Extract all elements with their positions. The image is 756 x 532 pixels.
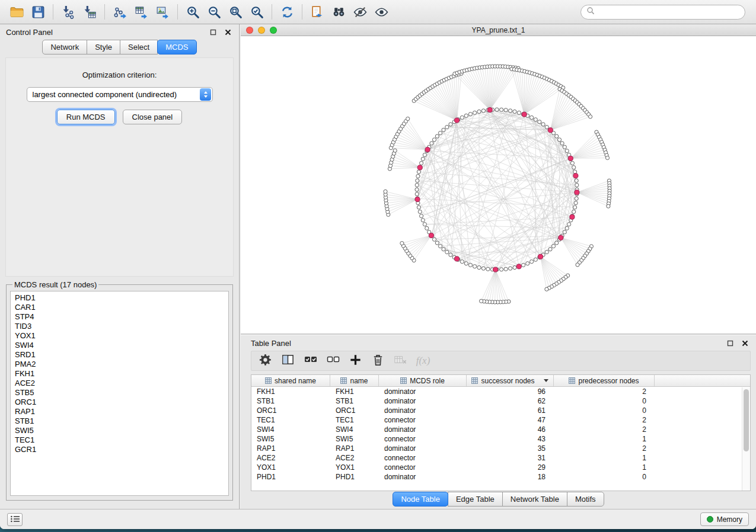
table-cell: 35 (467, 444, 554, 453)
table-options-button[interactable] (256, 352, 275, 369)
table-scrollbar[interactable] (742, 387, 750, 491)
table-cell: TEC1 (251, 416, 330, 424)
mcds-result-item[interactable]: STB1 (15, 416, 224, 426)
zoom-selected-button[interactable] (246, 2, 267, 21)
search-box[interactable] (580, 5, 745, 20)
export-image-button[interactable] (152, 2, 173, 21)
deselect-all-button[interactable] (324, 352, 342, 369)
mcds-result-item[interactable]: STB5 (15, 388, 224, 398)
control-panel: Control Panel NetworkStyleSelectMCDS Opt… (0, 24, 239, 509)
mcds-result-item[interactable]: GCR1 (15, 445, 224, 454)
float-panel-icon[interactable] (208, 27, 218, 37)
network-canvas[interactable] (241, 36, 756, 334)
mcds-result-item[interactable]: PHD1 (15, 293, 224, 303)
column-header-name[interactable]: name (330, 375, 379, 386)
minimize-window-button[interactable] (258, 27, 265, 34)
toolbar-separator (104, 4, 105, 20)
import-table-button[interactable] (79, 2, 100, 21)
close-panel-icon[interactable] (222, 27, 233, 37)
table-cell: dominator (379, 473, 467, 481)
mcds-result-item[interactable]: YOX1 (15, 331, 224, 341)
table-tab-network-table[interactable]: Network Table (502, 492, 567, 507)
add-column-button[interactable] (346, 352, 365, 369)
table-row[interactable]: SWI4SWI4dominator462 (251, 425, 750, 434)
close-panel-button[interactable]: Close panel (123, 110, 183, 124)
scrollbar-thumb[interactable] (744, 389, 749, 451)
mcds-result-item[interactable]: ACE2 (15, 379, 224, 388)
table-row[interactable]: STB1STB1dominator620 (251, 396, 750, 406)
table-row[interactable]: PHD1PHD1dominator180 (251, 472, 750, 482)
mcds-result-item[interactable]: FKH1 (15, 369, 224, 379)
add-column-icon (349, 353, 362, 369)
mcds-result-item[interactable]: SWI5 (15, 426, 224, 435)
table-cell: ORC1 (330, 406, 379, 415)
export-network-icon (113, 5, 127, 20)
open-session-button[interactable] (6, 2, 27, 21)
column-header-successor-nodes[interactable]: successor nodes (467, 375, 554, 386)
hide-selected-button[interactable] (349, 2, 371, 21)
table-row[interactable]: SWI5SWI5connector431 (251, 434, 750, 444)
criterion-select[interactable]: largest connected component (undirected) (27, 87, 213, 102)
search-input[interactable] (598, 8, 739, 17)
table-tab-motifs[interactable]: Motifs (567, 492, 604, 507)
table-row[interactable]: RAP1RAP1dominator352 (251, 444, 750, 453)
control-panel-title: Control Panel (6, 28, 53, 37)
show-all-button[interactable] (371, 2, 392, 21)
tab-network[interactable]: Network (42, 40, 87, 55)
table-cell: 1 (554, 454, 655, 462)
maximize-window-button[interactable] (270, 27, 277, 34)
search-icon (586, 7, 595, 17)
mcds-result-list[interactable]: PHD1CAR1STP4TID3YOX1SWI4SRD1PMA2FKH1ACE2… (10, 291, 229, 496)
table-cell: connector (379, 463, 467, 472)
float-table-panel-icon[interactable] (725, 338, 735, 348)
column-header-MCDS-role[interactable]: MCDS role (379, 375, 467, 386)
mcds-result-item[interactable]: TID3 (15, 322, 224, 331)
table-header-row: shared namenameMCDS rolesuccessor nodesp… (251, 375, 750, 387)
column-header-shared-name[interactable]: shared name (251, 375, 330, 386)
tab-select[interactable]: Select (120, 40, 158, 55)
table-tab-node-table[interactable]: Node Table (393, 492, 448, 507)
table-panel: Table Panel f(x) shared namenameMCDS rol… (241, 335, 756, 509)
tab-mcds[interactable]: MCDS (157, 40, 196, 55)
search-network-button[interactable] (328, 2, 349, 21)
zoom-fit-button[interactable] (225, 2, 246, 21)
toolbar-separator (272, 4, 272, 20)
mcds-result-item[interactable]: SRD1 (15, 350, 224, 360)
save-session-button[interactable] (27, 2, 49, 21)
panels-menu-button[interactable] (7, 513, 23, 526)
mcds-result-item[interactable]: ORC1 (15, 398, 224, 407)
tab-style[interactable]: Style (87, 40, 120, 55)
table-row[interactable]: TEC1TEC1connector472 (251, 415, 750, 425)
export-network-button[interactable] (109, 2, 130, 21)
clone-network-button[interactable] (307, 2, 328, 21)
table-row[interactable]: YOX1YOX1connector291 (251, 463, 750, 472)
table-cell: connector (379, 454, 467, 462)
zoom-out-button[interactable] (203, 2, 225, 21)
mcds-result-item[interactable]: TEC1 (15, 435, 224, 445)
close-window-button[interactable] (246, 27, 253, 34)
mcds-result-item[interactable]: PMA2 (15, 360, 224, 369)
mcds-result-item[interactable]: STP4 (15, 312, 224, 322)
delete-column-button[interactable] (369, 352, 387, 369)
show-columns-button[interactable] (279, 352, 297, 369)
mcds-result-item[interactable]: RAP1 (15, 407, 224, 416)
table-row[interactable]: ACE2ACE2connector311 (251, 453, 750, 463)
application-window: Control Panel NetworkStyleSelectMCDS Opt… (0, 0, 756, 529)
close-table-panel-icon[interactable] (739, 338, 750, 348)
table-body: FKH1FKH1dominator962STB1STB1dominator620… (251, 387, 750, 482)
mcds-result-item[interactable]: CAR1 (15, 303, 224, 312)
table-cell: 2 (554, 444, 655, 453)
export-table-button[interactable] (130, 2, 152, 21)
select-all-button[interactable] (301, 352, 320, 369)
table-tab-edge-table[interactable]: Edge Table (448, 492, 503, 507)
memory-button[interactable]: Memory (700, 512, 749, 526)
column-header-predecessor-nodes[interactable]: predecessor nodes (554, 375, 655, 386)
refresh-view-button[interactable] (276, 2, 298, 21)
table-row[interactable]: ORC1ORC1dominator610 (251, 406, 750, 415)
zoom-in-button[interactable] (182, 2, 203, 21)
column-type-icon (340, 377, 347, 384)
import-network-button[interactable] (58, 2, 79, 21)
mcds-result-item[interactable]: SWI4 (15, 341, 224, 350)
table-row[interactable]: FKH1FKH1dominator962 (251, 387, 750, 396)
run-mcds-button[interactable]: Run MCDS (57, 110, 115, 124)
